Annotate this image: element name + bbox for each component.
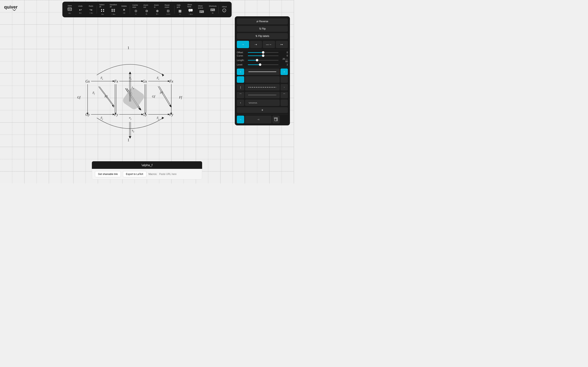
svg-text:Fy: Fy: [114, 113, 118, 117]
toolbar-hide-grid[interactable]: Hide grid ▦ H: [175, 3, 185, 16]
svg-point-10: [112, 11, 113, 12]
show-hints-icon: 💬: [189, 8, 193, 13]
head-style-angle2[interactable]: [281, 100, 288, 106]
add-style-button[interactable]: +: [237, 107, 288, 113]
svg-rect-81: [274, 118, 275, 118]
svg-rect-84: [277, 119, 277, 120]
svg-marker-79: [162, 74, 164, 76]
arrow-style-mapstohead[interactable]: ↦: [276, 41, 288, 48]
logo: quiver: [4, 3, 22, 11]
svg-text:💬: 💬: [190, 9, 191, 11]
tail-style-bar[interactable]: |: [237, 84, 244, 91]
toolbar-show-hints[interactable]: Show hints 💬 ⇧⌘H: [185, 3, 196, 16]
length-row: Length: 20 — 80: [237, 58, 288, 63]
offset-slider[interactable]: [248, 52, 278, 53]
flip-button[interactable]: ⇅ Flip: [237, 26, 288, 32]
svg-point-8: [112, 9, 113, 10]
svg-text:Gx: Gx: [85, 79, 90, 83]
svg-text:β′f: β′f: [160, 91, 163, 94]
svg-line-65: [159, 86, 172, 107]
arrow-type-normal[interactable]: →: [237, 116, 244, 123]
arrow-style-grid: → ⇢ —→ ↦: [237, 41, 288, 48]
toolbar-delete[interactable]: Delete ✕ ⌫: [119, 4, 130, 15]
toolbar-reset-zoom[interactable]: Reset zoom ⊟ 119%: [163, 3, 174, 16]
svg-text:Gy: Gy: [143, 113, 147, 117]
svg-text:Gf: Gf: [77, 96, 81, 99]
svg-text:βx: βx: [100, 76, 103, 80]
toolbar-undo[interactable]: Undo ↩ ⌘Z: [75, 4, 86, 15]
svg-text:quiver: quiver: [4, 4, 17, 9]
svg-line-62: [99, 86, 114, 107]
export-to-latex-button[interactable]: Export to LaTeX: [123, 171, 146, 177]
svg-text:Fx: Fx: [114, 79, 118, 83]
toolbar-shortcuts[interactable]: Shortcuts ⌨ ⌘/: [208, 4, 218, 15]
tail-style-angle[interactable]: ‹: [237, 100, 244, 106]
bottom-bar: \alpha_f Get shareable link Export to La…: [92, 161, 202, 179]
line-style-row3: | ›: [237, 84, 288, 91]
svg-text:www.: www.: [68, 8, 72, 10]
show-queue-icon: ⌨: [199, 10, 204, 14]
offset-row: Offset: 0: [237, 51, 288, 54]
toolbar-redo[interactable]: Redo ↪ ⇧⌘Z: [86, 4, 96, 15]
svg-rect-83: [277, 118, 277, 118]
svg-point-7: [103, 11, 104, 12]
svg-point-9: [114, 9, 115, 10]
head-style-normal[interactable]: ›: [281, 68, 288, 75]
arrow-type-grid[interactable]: [272, 116, 280, 123]
svg-text:1: 1: [127, 46, 129, 50]
line-wavy-preview: ∿∿∿∿∿∿: [245, 100, 280, 106]
svg-rect-82: [276, 118, 276, 118]
line-style-row2: [237, 76, 288, 83]
svg-text:i: i: [224, 9, 225, 12]
svg-point-5: [103, 9, 104, 10]
tail-style-normal[interactable]: ›: [237, 68, 244, 75]
curve-slider[interactable]: [248, 55, 278, 56]
bottom-actions: Get shareable link Export to LaTeX Macro…: [92, 169, 202, 179]
head-style-arrow2[interactable]: ›: [281, 84, 288, 91]
flip-labels-button[interactable]: ⇅ Flip labels: [237, 33, 288, 39]
macros-input[interactable]: [159, 173, 199, 175]
tail-style-hook[interactable]: ⌒: [237, 92, 244, 98]
line-blank-preview: [245, 76, 280, 83]
line-dashed-preview: [245, 84, 280, 91]
diagram[interactable]: 1 1 Gx Fx Gx Fx Gf Ff Gf Ff Gy Fy Gy Fy …: [66, 43, 193, 146]
length-slider[interactable]: [248, 60, 278, 60]
arrow-style-twohead[interactable]: ⇢: [250, 41, 262, 48]
head-style-none[interactable]: [281, 76, 288, 83]
arrow-style-nohead[interactable]: —→: [263, 41, 275, 48]
svg-marker-80: [162, 117, 164, 119]
select-all-icon: [100, 8, 104, 13]
undo-icon: ↩: [79, 8, 82, 12]
svg-text:ηy: ηy: [132, 129, 134, 133]
svg-text:βx: βx: [156, 76, 159, 80]
get-shareable-link-button[interactable]: Get shareable link: [95, 171, 121, 177]
toolbar-show-queue[interactable]: Show queue ⌨: [196, 4, 208, 15]
right-panel: ⇄ Reverse ⇅ Flip ⇅ Flip labels → ⇢ —→ ↦ …: [235, 16, 290, 125]
toolbar-save[interactable]: Save www. ⌘S: [64, 4, 75, 15]
arrow-type-mapsto[interactable]: ⊣: [245, 116, 272, 123]
svg-rect-85: [277, 120, 277, 121]
arrow-style-normal[interactable]: →: [237, 41, 249, 48]
toolbar-centre-view[interactable]: Centre view ⊙ G: [130, 3, 141, 16]
line-dotted-preview: [245, 92, 280, 98]
toolbar-about[interactable]: About i: [219, 5, 230, 14]
level-slider[interactable]: [248, 64, 278, 65]
reverse-button[interactable]: ⇄ Reverse: [237, 18, 288, 25]
svg-text:βy: βy: [156, 116, 159, 120]
toolbar-zoom-out[interactable]: Zoom out ⊖ ⌘-: [141, 3, 152, 16]
svg-point-6: [101, 11, 102, 12]
delete-icon: ✕: [123, 8, 125, 12]
toolbar-zoom-in[interactable]: Zoom in ⊕ ⌘=: [152, 3, 163, 16]
tail-style-none[interactable]: [237, 76, 244, 83]
line-solid-preview: [245, 68, 280, 75]
level-row: Level: 2: [237, 63, 288, 66]
zoom-out-icon: ⊖: [145, 9, 148, 13]
svg-text:βf: βf: [93, 91, 95, 95]
toolbar-deselect-all[interactable]: Deselect all ⇧⌘A: [108, 3, 119, 16]
svg-text:Fx: Fx: [169, 79, 173, 83]
toolbar: Save www. ⌘S Undo ↩ ⌘Z Redo ↪ ⇧⌘Z Select…: [62, 2, 232, 17]
save-icon: www.: [67, 8, 72, 12]
toolbar-select-all[interactable]: Select all ⌘A: [97, 3, 108, 16]
head-style-hook2[interactable]: ⌒: [281, 92, 288, 98]
line-style-row5: ‹ ∿∿∿∿∿∿: [237, 100, 288, 106]
